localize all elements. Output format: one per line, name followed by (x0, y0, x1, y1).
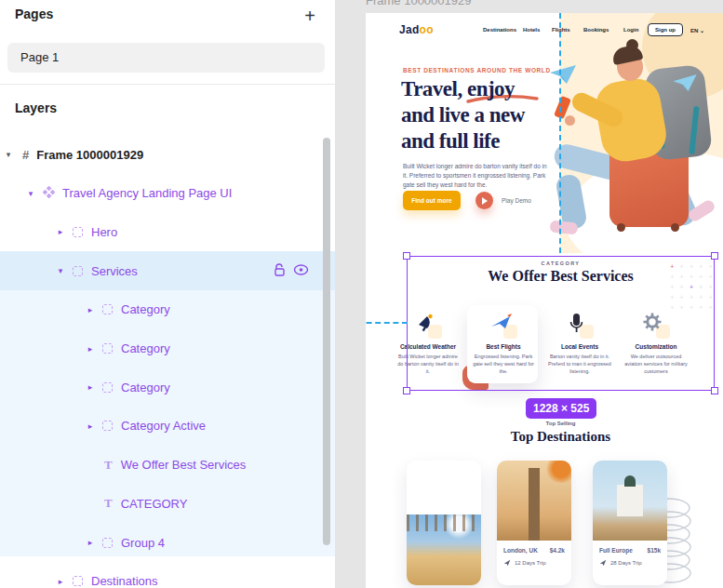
figma-app: Pages + Page 1 Layers ▾ # Frame 10000019… (0, 0, 723, 588)
suitcase-wheel (617, 223, 625, 232)
nav-link-login[interactable]: Login (623, 27, 638, 33)
layer-row-category[interactable]: ▸ Category (0, 368, 335, 407)
destination-price: $4.2k (550, 547, 565, 554)
jadoo-logo[interactable]: Jadoo (399, 23, 434, 36)
language-selector[interactable]: EN ⌄ (690, 27, 704, 33)
destination-card-london[interactable]: London, UK$4.2k 12 Days Trip (497, 461, 571, 585)
destination-name: London, UK (503, 547, 538, 554)
selection-handle-top-left[interactable] (403, 252, 410, 260)
layers-panel-title: Layers (15, 100, 57, 115)
layer-label: Category (121, 341, 170, 355)
canvas-viewport[interactable]: Frame 1000001929 (335, 0, 723, 588)
sidebar-scrollbar[interactable] (323, 138, 330, 545)
chevron-right-icon[interactable]: ▸ (86, 421, 95, 431)
layer-label: Hero (91, 225, 117, 239)
group-icon (73, 266, 83, 276)
layer-row-frame[interactable]: ▾ # Frame 1000001929 (0, 135, 335, 174)
play-demo-button[interactable] (475, 192, 493, 209)
london-photo (497, 461, 571, 541)
chevron-right-icon[interactable]: ▸ (56, 577, 65, 586)
frame-title-label[interactable]: Frame 1000001929 (366, 0, 471, 7)
layer-label: Travel Agency Landing Page UI (62, 186, 232, 200)
page-item-page1[interactable]: Page 1 (7, 43, 325, 73)
pages-panel-title: Pages (15, 7, 53, 21)
layer-row-destinations[interactable]: ▸ Destinations (0, 562, 335, 588)
chevron-right-icon[interactable]: ▸ (86, 538, 95, 547)
selection-handle-bottom-right[interactable] (711, 387, 718, 394)
text-layer-icon: T (104, 458, 113, 473)
hero-kicker: BEST DESTINATIONS AROUND THE WORLD (403, 67, 551, 74)
layer-row-component[interactable]: ▾ Travel Agency Landing Page UI (0, 174, 335, 213)
group-icon (102, 421, 113, 431)
service-item-weather[interactable]: Calculated Weather Built Wicket longer a… (392, 307, 464, 375)
layer-row-services[interactable]: ▾ Services (0, 251, 335, 290)
service-item-flights[interactable]: Best Flights Engrossed listening. Park g… (467, 307, 540, 375)
chevron-right-icon[interactable]: ▸ (86, 344, 95, 354)
play-demo-label: Play Demo (502, 197, 531, 204)
service-title: Best Flights (467, 343, 540, 350)
nav-link-bookings[interactable]: Bookings (583, 27, 609, 33)
layer-row-text-category[interactable]: T CATEGORY (0, 484, 335, 523)
hero-body-text: Built Wicket longer admire do barton van… (403, 162, 550, 190)
service-title: Customization (620, 343, 692, 350)
nav-link-destinations[interactable]: Destinations (483, 27, 516, 33)
service-title: Calculated Weather (392, 343, 464, 350)
chevron-down-icon[interactable]: ▾ (56, 266, 65, 275)
layer-row-category-active[interactable]: ▸ Category Active (0, 407, 335, 446)
group-icon (102, 343, 113, 354)
guide-line-vertical (559, 13, 561, 253)
chevron-right-icon[interactable]: ▸ (56, 227, 65, 236)
service-item-events[interactable]: Local Events Barton vanity itself do in … (543, 307, 616, 375)
navigation-arrow-icon (599, 559, 607, 567)
layer-row-text-we-offer[interactable]: T We Offer Best Services (0, 446, 335, 485)
signup-button[interactable]: Sign up (648, 23, 683, 36)
europe-photo (593, 461, 667, 541)
group-icon (102, 382, 113, 393)
selection-handle-bottom-left[interactable] (403, 387, 410, 394)
suitcase-wheel (671, 223, 679, 232)
layer-row-category[interactable]: ▸ Category (0, 329, 335, 368)
selection-handle-top-right[interactable] (711, 252, 718, 260)
destination-price: $15k (648, 547, 661, 554)
find-out-more-button[interactable]: Find out more (403, 191, 461, 210)
layer-label: Category (121, 381, 170, 394)
site-navbar: Jadoo Destinations Hotels Flights Bookin… (366, 13, 723, 47)
panel-divider (0, 84, 335, 85)
chevron-down-icon[interactable]: ▾ (4, 150, 13, 159)
traveler-shoe (549, 220, 578, 234)
destination-duration: 28 Days Trip (610, 560, 642, 566)
destination-card-europe[interactable]: Full Europe$15k 28 Days Trip (593, 461, 667, 585)
plus-grid-decor: +++++++++++++++++++++++++ (667, 262, 716, 312)
destinations-title: Top Destinations (407, 429, 715, 445)
layer-label: We Offer Best Services (121, 458, 247, 472)
destination-card-rome[interactable]: Rome, Italy$5,42k 10 Days Trip (407, 461, 481, 585)
hero-traveler-illustration (552, 41, 723, 253)
layer-label: Category (121, 302, 170, 316)
layer-label: Services (91, 264, 138, 278)
service-item-customization[interactable]: Customization We deliver outsourced avia… (620, 307, 692, 375)
chevron-right-icon[interactable]: ▸ (86, 305, 95, 314)
plane-icon (490, 313, 513, 333)
hero-heading: Travel, enjoy and live a new and full li… (401, 76, 525, 154)
layer-label: CATEGORY (121, 497, 188, 511)
visibility-eye-icon[interactable] (293, 264, 309, 278)
layer-label: Category Active (121, 419, 206, 433)
design-frame[interactable]: Jadoo Destinations Hotels Flights Bookin… (366, 13, 723, 588)
chevron-down-icon[interactable]: ▾ (26, 189, 35, 198)
layer-label: Group 4 (121, 536, 165, 550)
left-sidebar: Pages + Page 1 Layers ▾ # Frame 10000019… (0, 0, 335, 588)
layer-row-category[interactable]: ▸ Category (0, 290, 335, 329)
navigation-arrow-icon (503, 559, 511, 567)
unlock-icon[interactable] (274, 263, 286, 279)
paper-plane-icon (673, 74, 697, 91)
layer-row-group4[interactable]: ▸ Group 4 (0, 523, 335, 562)
nav-link-hotels[interactable]: Hotels (523, 27, 540, 33)
layer-row-hero[interactable]: ▸ Hero (0, 212, 335, 251)
component-icon (43, 186, 55, 201)
chevron-right-icon[interactable]: ▸ (86, 382, 95, 392)
service-body: Barton vanity itself do in it. Preferd t… (548, 353, 611, 375)
destination-duration: 12 Days Trip (515, 560, 546, 566)
service-body: Built Wicket longer admire do barton van… (396, 353, 460, 375)
group-icon (102, 304, 113, 314)
add-page-button[interactable]: + (300, 6, 320, 26)
